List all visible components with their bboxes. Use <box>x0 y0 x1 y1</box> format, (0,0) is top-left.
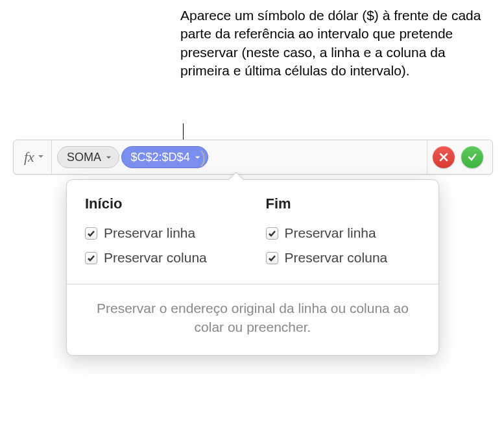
function-token[interactable]: SOMA <box>57 146 119 168</box>
checkbox-icon <box>266 252 278 264</box>
popover-footer-text: Preservar o endereço original da linha o… <box>67 284 438 355</box>
reference-options-popover: Início Preservar linha Preservar coluna … <box>66 179 439 356</box>
start-title: Início <box>85 195 240 212</box>
fx-label: fx <box>24 149 34 166</box>
formula-bar: fx SOMA ( $C$2:$D$4 ) <box>13 140 493 175</box>
chevron-down-icon <box>105 154 112 161</box>
close-icon <box>438 152 449 162</box>
checkbox-label: Preservar linha <box>285 225 376 241</box>
checkbox-label: Preservar coluna <box>104 250 207 266</box>
checkbox-icon <box>85 227 97 240</box>
reference-token-label: $C$2:$D$4 <box>131 151 190 164</box>
end-preserve-col-checkbox[interactable]: Preservar coluna <box>266 250 421 266</box>
formula-input[interactable]: SOMA ( $C$2:$D$4 ) <box>52 146 427 168</box>
reference-token[interactable]: $C$2:$D$4 <box>121 146 208 168</box>
close-paren: ) <box>200 147 206 168</box>
formula-actions <box>427 140 488 174</box>
checkbox-label: Preservar coluna <box>285 250 388 266</box>
popover-body: Início Preservar linha Preservar coluna … <box>67 180 438 284</box>
fx-menu[interactable]: fx <box>18 140 52 174</box>
check-icon <box>467 152 477 162</box>
annotation-text: Aparece um símbolo de dólar ($) à frente… <box>180 6 492 80</box>
cancel-button[interactable] <box>433 146 455 168</box>
chevron-down-icon <box>37 151 45 163</box>
confirm-button[interactable] <box>461 146 483 168</box>
start-column: Início Preservar linha Preservar coluna <box>85 195 240 266</box>
end-title: Fim <box>266 195 421 212</box>
end-column: Fim Preservar linha Preservar coluna <box>266 195 421 266</box>
start-preserve-row-checkbox[interactable]: Preservar linha <box>85 225 240 241</box>
function-token-label: SOMA <box>67 151 101 164</box>
end-preserve-row-checkbox[interactable]: Preservar linha <box>266 225 421 241</box>
start-preserve-col-checkbox[interactable]: Preservar coluna <box>85 250 240 266</box>
checkbox-label: Preservar linha <box>104 225 195 241</box>
checkbox-icon <box>266 227 278 240</box>
popover-arrow <box>228 172 243 180</box>
checkbox-icon <box>85 252 97 264</box>
